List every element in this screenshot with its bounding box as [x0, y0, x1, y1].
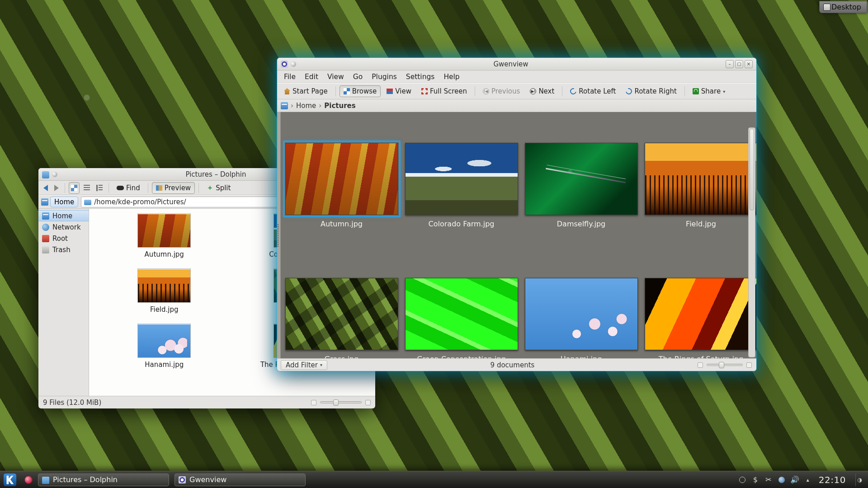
zoom-slider[interactable] — [320, 401, 362, 404]
zoom-slider-handle[interactable] — [333, 399, 339, 406]
gwenview-titlebar[interactable]: Gwenview – ▢ × — [277, 58, 756, 70]
place-network[interactable]: Network — [38, 221, 89, 233]
back-button[interactable] — [41, 182, 50, 194]
preview-button[interactable]: Preview — [152, 182, 195, 194]
start-page-button[interactable]: Start Page — [280, 85, 332, 97]
next-label: Next — [538, 87, 554, 95]
place-label: Trash — [52, 246, 71, 254]
scissors-tray-icon[interactable]: ✂ — [764, 476, 773, 484]
zoom-out-button[interactable] — [311, 400, 316, 405]
file-name: Autumn.jpg — [145, 250, 184, 258]
next-button[interactable]: ▶I Next — [526, 85, 558, 97]
compact-view-button[interactable] — [81, 182, 92, 194]
place-trash[interactable]: Trash — [38, 244, 89, 255]
add-filter-label: Add Filter — [286, 361, 318, 369]
thumbnail-area[interactable]: Autumn.jpgColorado Farm.jpgDamselfly.jpg… — [281, 112, 756, 358]
menu-help[interactable]: Help — [439, 72, 463, 82]
zoom-slider-handle[interactable] — [719, 362, 724, 368]
places-panel: Home Network Root Trash — [38, 209, 89, 396]
scrollbar-thumb[interactable] — [750, 129, 754, 210]
address-path: /home/kde-promo/Pictures/ — [94, 198, 186, 206]
volume-tray-icon[interactable]: 🔊 — [791, 476, 799, 484]
thumbnail-item[interactable]: Colorado Farm.jpg — [404, 143, 519, 228]
previous-button[interactable]: I◀ Previous — [479, 85, 524, 97]
window-menu-icon[interactable] — [52, 172, 57, 177]
folder-icon — [42, 171, 49, 178]
fullscreen-button[interactable]: Full Screen — [417, 85, 471, 97]
breadcrumb-home[interactable]: Home — [50, 197, 78, 207]
file-item[interactable]: Autumn.jpg — [117, 213, 212, 258]
place-home[interactable]: Home — [38, 210, 89, 221]
forward-button[interactable] — [52, 182, 61, 194]
dolphin-statusbar: 9 Files (12.0 MiB) — [38, 396, 375, 408]
details-view-button[interactable] — [94, 182, 105, 194]
menu-file[interactable]: File — [280, 72, 300, 82]
thumbnail-item[interactable]: Green Concentration.jpg — [404, 278, 519, 358]
breadcrumb-current[interactable]: Pictures — [324, 102, 355, 110]
thumbnail — [525, 143, 638, 215]
vertical-scrollbar[interactable] — [748, 127, 755, 357]
file-item[interactable]: Field.jpg — [117, 268, 212, 314]
find-button[interactable]: Find — [113, 182, 144, 194]
thumbnail — [645, 143, 757, 215]
zoom-slider[interactable] — [707, 364, 743, 366]
sidebar-splitter-handle[interactable] — [277, 112, 281, 358]
rotate-left-button[interactable]: Rotate Left — [566, 85, 620, 97]
thumbnail-item[interactable]: Damselfly.jpg — [524, 143, 638, 228]
file-item[interactable]: Hanami.jpg — [117, 324, 212, 369]
minimize-button[interactable]: – — [726, 60, 734, 68]
folder-icon — [84, 200, 91, 205]
menu-go[interactable]: Go — [349, 72, 367, 82]
kde-logo-icon — [3, 473, 17, 487]
thumbnail-item[interactable]: Field.jpg — [644, 143, 756, 228]
breadcrumb-home[interactable]: Home — [296, 102, 316, 110]
home-folder-icon — [41, 198, 48, 206]
add-filter-button[interactable]: Add Filter ▾ — [281, 360, 327, 370]
view-button[interactable]: View — [382, 85, 415, 97]
desktop-toolbox-button[interactable]: Desktop — [819, 1, 867, 13]
zoom-out-button[interactable] — [698, 362, 703, 368]
rotate-right-label: Rotate Right — [634, 87, 676, 95]
gwenview-app-icon — [281, 61, 288, 68]
grid-icon — [71, 185, 77, 191]
close-button[interactable]: × — [745, 60, 753, 68]
taskbar-item-gwenview[interactable]: Gwenview — [175, 474, 306, 486]
menu-settings[interactable]: Settings — [402, 72, 439, 82]
tray-expander[interactable]: ▴ — [804, 476, 812, 484]
menu-edit[interactable]: Edit — [301, 72, 322, 82]
thumbnail-item[interactable]: Grass.jpg — [284, 278, 399, 358]
zoom-control — [311, 400, 371, 405]
clock[interactable]: 22:10 — [817, 474, 850, 485]
thumbnail — [137, 268, 191, 303]
menu-plugins[interactable]: Plugins — [368, 72, 401, 82]
share-button[interactable]: Share ▾ — [689, 85, 729, 97]
place-label: Root — [52, 235, 68, 243]
browse-button[interactable]: Browse — [340, 85, 381, 97]
gwenview-location-bar: › Home › Pictures — [277, 99, 756, 112]
thumbnail-item[interactable]: The Rings of Saturn.jpg — [644, 278, 756, 358]
thumbnail-item[interactable]: Hanami.jpg — [524, 278, 638, 358]
klipper-tray-icon[interactable]: $ — [751, 476, 760, 484]
rotate-right-button[interactable]: Rotate Right — [622, 85, 680, 97]
taskbar-item-dolphin[interactable]: Pictures – Dolphin — [38, 474, 169, 486]
grid-icon — [344, 88, 350, 94]
rotate-left-label: Rotate Left — [579, 87, 616, 95]
window-menu-icon[interactable] — [291, 61, 296, 67]
network-tray-icon[interactable] — [778, 476, 786, 484]
application-launcher[interactable] — [0, 471, 20, 488]
thumbnail — [405, 278, 518, 350]
menu-view[interactable]: View — [323, 72, 348, 82]
place-root[interactable]: Root — [38, 233, 89, 244]
activity-switcher[interactable] — [24, 476, 33, 484]
icons-view-button[interactable] — [69, 182, 80, 194]
zoom-in-button[interactable] — [365, 400, 371, 405]
thumbnail-item[interactable]: Autumn.jpg — [284, 143, 399, 228]
split-button[interactable]: ＋ Split — [203, 182, 235, 194]
info-tray-icon[interactable] — [738, 476, 746, 484]
zoom-in-button[interactable] — [746, 362, 752, 368]
file-name: Hanami.jpg — [145, 361, 184, 369]
fullscreen-label: Full Screen — [430, 87, 467, 95]
panel-toolbox[interactable]: ◑ — [855, 474, 863, 486]
maximize-button[interactable]: ▢ — [735, 60, 743, 68]
skip-back-icon: I◀ — [483, 88, 489, 94]
